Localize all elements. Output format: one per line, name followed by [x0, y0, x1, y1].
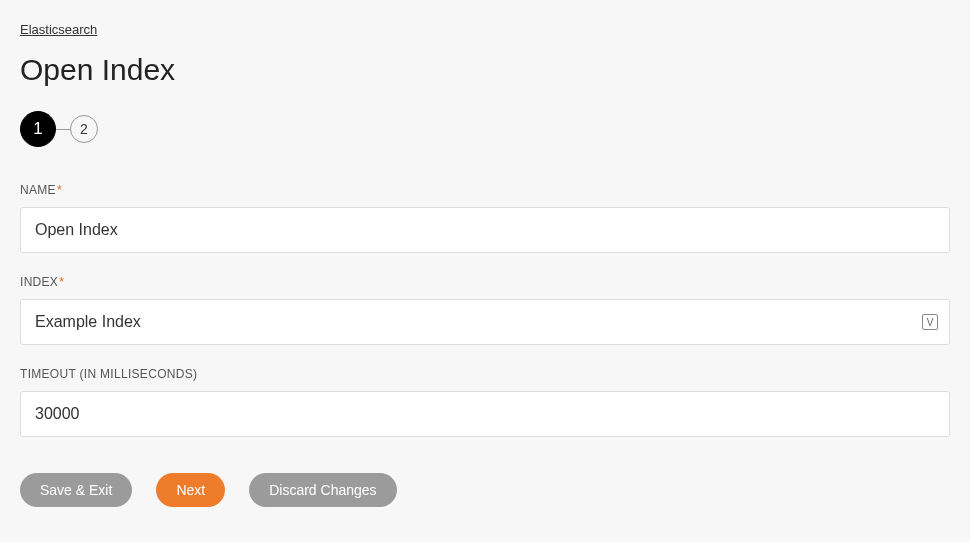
page-title: Open Index — [20, 53, 950, 87]
step-connector — [56, 129, 70, 130]
index-label: INDEX* — [20, 275, 950, 289]
index-input[interactable] — [20, 299, 950, 345]
variable-icon[interactable]: V — [922, 314, 938, 330]
step-2[interactable]: 2 — [70, 115, 98, 143]
name-label: NAME* — [20, 183, 950, 197]
name-required-marker: * — [57, 183, 62, 197]
form-group-index: INDEX* V — [20, 275, 950, 345]
index-label-text: INDEX — [20, 275, 58, 289]
form-group-name: NAME* — [20, 183, 950, 253]
name-label-text: NAME — [20, 183, 56, 197]
discard-button[interactable]: Discard Changes — [249, 473, 396, 507]
button-row: Save & Exit Next Discard Changes — [20, 473, 950, 507]
timeout-input[interactable] — [20, 391, 950, 437]
timeout-label: TIMEOUT (IN MILLISECONDS) — [20, 367, 950, 381]
index-input-wrapper: V — [20, 299, 950, 345]
form-group-timeout: TIMEOUT (IN MILLISECONDS) — [20, 367, 950, 437]
stepper: 1 2 — [20, 111, 950, 147]
breadcrumb-elasticsearch[interactable]: Elasticsearch — [20, 22, 97, 37]
index-required-marker: * — [59, 275, 64, 289]
name-input[interactable] — [20, 207, 950, 253]
timeout-label-text: TIMEOUT (IN MILLISECONDS) — [20, 367, 197, 381]
next-button[interactable]: Next — [156, 473, 225, 507]
save-exit-button[interactable]: Save & Exit — [20, 473, 132, 507]
step-1[interactable]: 1 — [20, 111, 56, 147]
